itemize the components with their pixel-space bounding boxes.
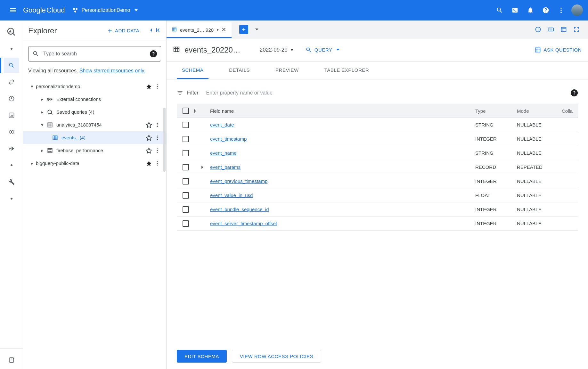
panel-icon[interactable]	[557, 20, 570, 38]
row-checkbox[interactable]	[183, 178, 189, 184]
row-checkbox[interactable]	[183, 164, 189, 170]
field-name-link[interactable]: event_params	[210, 164, 475, 170]
more-icon[interactable]	[153, 148, 161, 153]
settings-nav-icon[interactable]	[4, 174, 19, 190]
search-button[interactable]	[492, 3, 507, 18]
row-checkbox[interactable]	[183, 206, 189, 213]
filter-input[interactable]	[206, 90, 571, 96]
star-outline-icon[interactable]	[144, 122, 153, 128]
sort-icon[interactable]: ▲▼	[193, 109, 196, 113]
more-icon[interactable]	[153, 84, 161, 89]
subtab-preview[interactable]: PREVIEW	[270, 62, 304, 79]
scheduled-nav-icon[interactable]	[4, 91, 19, 106]
header-mode[interactable]: Mode	[517, 108, 562, 114]
more-icon[interactable]	[153, 135, 161, 141]
analytics-nav-icon[interactable]	[4, 108, 19, 123]
svg-point-20	[51, 123, 51, 124]
keyboard-icon[interactable]	[544, 20, 557, 38]
tree-project[interactable]: ▾ personalizationdemo	[23, 80, 166, 93]
view-row-access-policies-button[interactable]: VIEW ROW ACCESS POLICIES	[232, 350, 322, 363]
field-name-link[interactable]: event_timestamp	[210, 136, 475, 142]
expand-icon[interactable]	[195, 165, 210, 169]
new-tab-button[interactable]	[239, 25, 248, 34]
more-icon[interactable]	[153, 122, 161, 128]
header-type[interactable]: Type	[475, 108, 517, 114]
field-name-link[interactable]: event_previous_timestamp	[210, 178, 475, 184]
info-icon[interactable]	[532, 20, 544, 38]
google-cloud-logo[interactable]: Google Cloud	[23, 6, 65, 14]
notifications-button[interactable]	[523, 3, 538, 18]
search-box[interactable]: ?	[28, 46, 161, 62]
rail-dot-2[interactable]	[4, 158, 19, 173]
subtab-details[interactable]: DETAILS	[224, 62, 255, 79]
expand-icon[interactable]: ▸	[38, 109, 46, 115]
row-checkbox[interactable]	[183, 192, 189, 199]
rail-dot-3[interactable]	[4, 191, 19, 206]
hamburger-menu[interactable]	[5, 3, 20, 18]
search-nav-icon[interactable]	[4, 58, 19, 73]
field-mode: NULLABLE	[517, 122, 562, 127]
more-icon[interactable]	[153, 160, 161, 166]
header-collation[interactable]: Colla	[562, 108, 578, 114]
tree-external-connections[interactable]: ▸ External connections	[23, 93, 166, 106]
star-icon[interactable]	[144, 160, 153, 167]
more-menu-button[interactable]	[553, 3, 569, 18]
cloud-shell-button[interactable]	[507, 3, 523, 18]
reservations-nav-icon[interactable]	[4, 124, 19, 140]
schema-row: event_server_timestamp_offsetINTEGERNULL…	[177, 217, 578, 231]
tab-events[interactable]: events_2… 920 ▾	[167, 22, 232, 38]
tree-dataset-analytics[interactable]: ▾ analytics_318037454	[23, 119, 166, 131]
migration-nav-icon[interactable]	[4, 141, 19, 156]
date-selector[interactable]: 2022-09-20 ▼	[260, 47, 294, 53]
row-checkbox[interactable]	[183, 136, 189, 142]
tree-scrollbar[interactable]	[163, 108, 166, 172]
tree-dataset-firebase[interactable]: ▸ firebase_performance	[23, 144, 166, 157]
svg-point-25	[157, 126, 158, 127]
subtab-table-explorer[interactable]: TABLE EXPLORER	[319, 62, 374, 79]
schema-row: event_bundle_sequence_idINTEGERNULLABLE	[177, 202, 578, 217]
close-icon[interactable]	[221, 27, 226, 33]
ask-question-button[interactable]: ASK QUESTION	[535, 47, 582, 53]
star-outline-icon[interactable]	[144, 147, 153, 154]
row-checkbox[interactable]	[183, 150, 189, 156]
expand-icon[interactable]: ▸	[28, 160, 36, 166]
bigquery-icon[interactable]	[4, 24, 19, 40]
select-all-checkbox[interactable]	[183, 108, 189, 114]
tree-table-events[interactable]: events_ (4)	[23, 131, 166, 144]
row-checkbox[interactable]	[183, 122, 189, 128]
star-outline-icon[interactable]	[144, 135, 153, 141]
tree-project-public[interactable]: ▸ bigquery-public-data	[23, 157, 166, 170]
field-name-link[interactable]: event_date	[210, 122, 475, 127]
tab-dropdown-icon[interactable]: ▾	[217, 28, 219, 32]
fullscreen-icon[interactable]	[570, 20, 583, 38]
filter-help-icon[interactable]: ?	[571, 89, 578, 96]
tree-saved-queries[interactable]: ▸ Saved queries (4)	[23, 106, 166, 119]
notes-nav-icon[interactable]	[4, 352, 19, 368]
new-tab-dropdown[interactable]	[251, 26, 259, 33]
help-button[interactable]	[538, 3, 553, 18]
schema-row: event_previous_timestampINTEGERNULLABLE	[177, 174, 578, 188]
field-name-link[interactable]: event_value_in_usd	[210, 193, 475, 198]
collapse-panel-button[interactable]	[147, 27, 161, 34]
subtab-schema[interactable]: SCHEMA	[177, 62, 208, 79]
rail-dot-1[interactable]	[4, 41, 19, 56]
user-avatar[interactable]	[571, 4, 583, 16]
search-help-icon[interactable]: ?	[150, 50, 157, 57]
field-name-link[interactable]: event_name	[210, 150, 475, 156]
expand-icon[interactable]: ▸	[38, 96, 46, 102]
transfers-nav-icon[interactable]	[4, 74, 19, 90]
query-button[interactable]: QUERY	[306, 47, 343, 53]
add-data-button[interactable]: ADD DATA	[107, 28, 139, 34]
star-icon[interactable]	[144, 83, 153, 90]
collapse-icon[interactable]: ▾	[28, 84, 36, 89]
header-field-name[interactable]: Field name	[210, 108, 475, 114]
collapse-icon[interactable]: ▾	[38, 122, 46, 128]
project-selector[interactable]: PersonalizationDemo	[72, 7, 138, 13]
expand-icon[interactable]: ▸	[38, 148, 46, 153]
search-input[interactable]	[43, 51, 150, 57]
field-name-link[interactable]: event_server_timestamp_offset	[210, 221, 475, 226]
show-starred-link[interactable]: Show starred resources only.	[79, 68, 145, 73]
edit-schema-button[interactable]: EDIT SCHEMA	[177, 350, 227, 363]
field-name-link[interactable]: event_bundle_sequence_id	[210, 207, 475, 212]
row-checkbox[interactable]	[183, 220, 189, 227]
